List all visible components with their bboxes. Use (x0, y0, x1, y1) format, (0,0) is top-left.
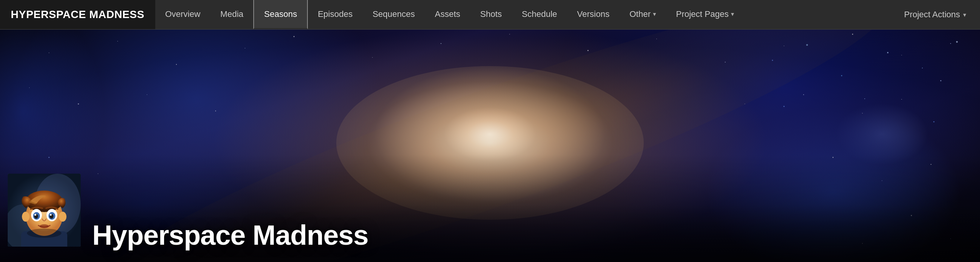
project-title: Hyperspace Madness (92, 220, 368, 250)
project-actions-button[interactable]: Project Actions ▾ (890, 0, 980, 29)
brand-logo: HYPERSPACE MADNESS (0, 0, 155, 29)
chevron-down-icon: ▾ (731, 10, 734, 18)
chevron-down-icon: ▾ (653, 10, 656, 18)
nav-item-shots[interactable]: Shots (470, 0, 512, 29)
svg-point-17 (22, 212, 30, 222)
svg-point-16 (40, 224, 49, 228)
nav-item-episodes[interactable]: Episodes (308, 0, 363, 29)
svg-point-15 (50, 214, 52, 216)
nav-item-project-pages[interactable]: Project Pages ▾ (666, 0, 744, 29)
nav-item-other[interactable]: Other ▾ (620, 0, 666, 29)
chevron-down-icon: ▾ (963, 11, 966, 18)
brand-name: HYPERSPACE MADNESS (11, 8, 145, 21)
navbar: HYPERSPACE MADNESS Overview Media Season… (0, 0, 980, 30)
nav-items: Overview Media Seasons Episodes Sequence… (155, 0, 890, 29)
svg-point-19 (27, 229, 61, 238)
hero-banner: Hyperspace Madness (0, 30, 980, 262)
hero-content: Hyperspace Madness (0, 166, 980, 262)
svg-point-14 (35, 214, 37, 216)
nav-item-versions[interactable]: Versions (567, 0, 620, 29)
nav-item-assets[interactable]: Assets (425, 0, 470, 29)
nav-item-schedule[interactable]: Schedule (512, 0, 567, 29)
nav-item-sequences[interactable]: Sequences (362, 0, 425, 29)
svg-point-18 (59, 212, 66, 222)
nav-item-overview[interactable]: Overview (155, 0, 211, 29)
nav-item-media[interactable]: Media (210, 0, 253, 29)
nav-item-seasons[interactable]: Seasons (253, 0, 308, 29)
project-avatar (8, 174, 81, 247)
